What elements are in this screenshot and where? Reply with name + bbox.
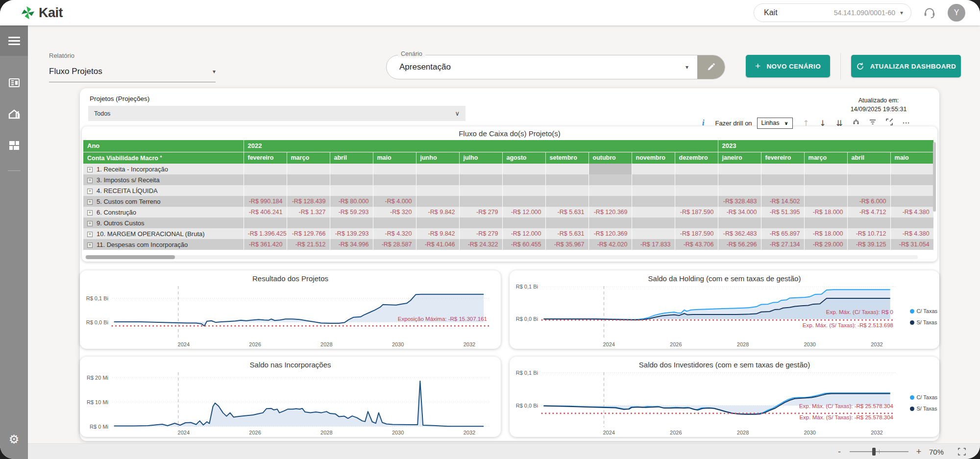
support-headset-icon[interactable] [922,5,937,20]
table-cell[interactable] [632,228,675,239]
header-month[interactable]: fevereiro [761,152,804,164]
table-cell[interactable] [588,217,632,228]
table-cell[interactable] [244,164,287,174]
table-cell[interactable] [632,207,675,217]
table-cell[interactable]: -R$ 187.590 [675,228,718,239]
table-cell[interactable]: -R$ 4.712 [847,207,890,217]
table-cell[interactable] [890,196,933,207]
row-label-cell[interactable]: +4. RECEITA LÍQUIDA [83,185,244,196]
table-cell[interactable]: -R$ 4.380 [890,228,933,239]
table-cell[interactable] [632,196,675,207]
table-cell[interactable] [804,164,847,174]
table-row[interactable]: +6. Construção-R$ 406.241-R$ 1.327-R$ 59… [83,207,933,217]
header-month[interactable]: maio [373,152,416,164]
table-cell[interactable]: -R$ 6.000 [847,196,890,207]
table-cell[interactable]: -R$ 18.000 [804,207,847,217]
table-cell[interactable] [761,174,804,185]
table-cell[interactable] [287,174,330,185]
table-cell[interactable]: -R$ 80.000 [330,196,373,207]
header-month[interactable]: setembro [545,152,588,164]
table-cell[interactable] [675,164,718,174]
table-cell[interactable] [847,174,890,185]
table-cell[interactable]: -R$ 42.020 [588,239,632,250]
row-label-cell[interactable]: +5. Custos com Terreno [83,196,244,207]
table-cell[interactable] [459,174,502,185]
table-cell[interactable]: -R$ 34.000 [718,207,761,217]
table-cell[interactable]: -R$ 43.706 [675,239,718,250]
table-cell[interactable] [675,174,718,185]
table-cell[interactable] [675,217,718,228]
expand-row-icon[interactable]: + [87,232,93,237]
table-cell[interactable] [804,185,847,196]
settings-gear-icon[interactable]: ⚙ [0,433,28,446]
table-cell[interactable] [718,185,761,196]
table-cell[interactable] [502,196,545,207]
table-cell[interactable] [287,217,330,228]
table-row[interactable]: +9. Outros Custos [83,217,933,228]
info-icon[interactable]: i [702,119,704,127]
table-cell[interactable] [761,217,804,228]
row-label-cell[interactable]: +6. Construção [83,207,244,217]
table-row[interactable]: +4. RECEITA LÍQUIDA [83,185,933,196]
table-row[interactable]: +1. Receita - Incorporação [83,164,933,174]
table-cell[interactable] [244,185,287,196]
cenario-select[interactable]: Apresentação ▾ [387,55,697,79]
table-cell[interactable] [890,164,933,174]
table-cell[interactable] [847,185,890,196]
table-cell[interactable] [330,174,373,185]
table-cell[interactable] [545,196,588,207]
table-cell[interactable]: -R$ 5.631 [545,207,588,217]
matrix-visual[interactable]: Fluxo de Caixa do(s) Projeto(s) Ano20222… [82,126,937,262]
chart-saldo-incorporacoes[interactable]: Saldo nas Incorporações R$ 20 MiR$ 10 Mi… [80,357,501,437]
table-cell[interactable] [287,164,330,174]
table-cell[interactable] [502,174,545,185]
row-label-cell[interactable]: +3. Impostos s/ Receita [83,174,244,185]
table-cell[interactable] [718,174,761,185]
sidebar-item-dashboards[interactable] [8,139,21,154]
zoom-in-button[interactable]: + [915,447,922,457]
table-cell[interactable]: -R$ 279 [459,207,502,217]
table-cell[interactable] [588,196,632,207]
header-month[interactable]: janeiro [718,152,761,164]
table-cell[interactable] [244,174,287,185]
table-cell[interactable]: -R$ 4.000 [373,196,416,207]
table-cell[interactable] [675,185,718,196]
chart-saldo-holding[interactable]: Saldo da Holding (com e sem taxas de ges… [510,270,939,349]
chart-resultado-projetos[interactable]: Resultado dos Projetos R$ 0,1 BiR$ 0,0 B… [80,270,501,349]
row-label-cell[interactable]: +11. Despesas com Incorporação [83,239,244,250]
table-cell[interactable] [545,185,588,196]
table-row[interactable]: +10. MARGEM OPERACIONAL (Bruta)-R$ 1.396… [83,228,933,239]
fit-to-page-icon[interactable] [957,448,966,456]
table-cell[interactable]: -R$ 41.046 [416,239,459,250]
drill-up-icon[interactable]: ↑ [802,119,811,128]
go-to-next-level-icon[interactable]: ⇊ [835,119,844,128]
header-month[interactable]: abril [330,152,373,164]
table-cell[interactable]: -R$ 4.380 [890,207,933,217]
table-cell[interactable]: -R$ 21.512 [287,239,330,250]
table-cell[interactable]: -R$ 279 [459,228,502,239]
avatar[interactable]: Y [948,4,965,22]
table-row[interactable]: +5. Custos com Terreno-R$ 990.184-R$ 128… [83,196,933,207]
zoom-out-button[interactable]: - [836,447,843,457]
table-cell[interactable]: -R$ 35.967 [545,239,588,250]
table-cell[interactable]: -R$ 5.631 [545,228,588,239]
expand-row-icon[interactable]: + [87,167,93,172]
header-year[interactable]: 2022 [244,140,718,152]
table-cell[interactable]: -R$ 14.502 [761,196,804,207]
legend-item[interactable]: S/ Taxas [910,317,937,328]
fluxo-caixa-table[interactable]: Ano20222023Conta Viabilidade Macro▲fever… [83,140,934,250]
header-month[interactable]: junho [416,152,459,164]
header-month[interactable]: maio [890,152,933,164]
table-cell[interactable]: -R$ 65.897 [761,228,804,239]
table-cell[interactable]: -R$ 27.134 [761,239,804,250]
table-cell[interactable]: -R$ 9.842 [416,207,459,217]
sidebar-item-reports[interactable] [8,76,21,91]
table-cell[interactable] [588,185,632,196]
header-month[interactable]: outubro [588,152,632,164]
novo-cenario-button[interactable]: + NOVO CENÁRIO [746,55,830,77]
table-cell[interactable]: -R$ 1.327 [287,207,330,217]
table-cell[interactable]: -R$ 120.369 [588,207,632,217]
table-cell[interactable]: -R$ 4.320 [373,228,416,239]
table-cell[interactable] [847,164,890,174]
table-cell[interactable] [675,196,718,207]
